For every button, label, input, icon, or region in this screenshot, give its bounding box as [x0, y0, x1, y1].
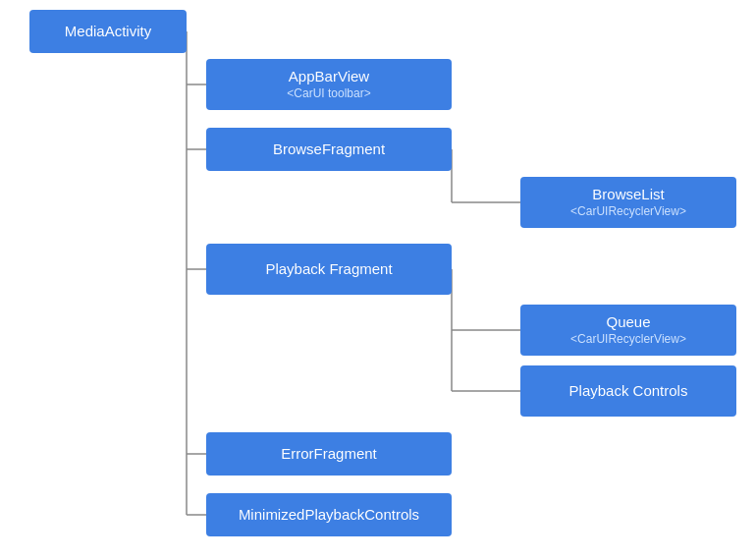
node-app-bar-view: AppBarView <CarUI toolbar> [206, 59, 452, 110]
node-playback-fragment: Playback Fragment [206, 244, 452, 295]
node-media-activity: MediaActivity [29, 10, 187, 53]
node-minimized-playback: MinimizedPlaybackControls [206, 493, 452, 536]
node-error-fragment: ErrorFragment [206, 432, 452, 476]
diagram: MediaActivity AppBarView <CarUI toolbar>… [0, 0, 756, 560]
node-queue: Queue <CarUIRecyclerView> [520, 305, 736, 356]
node-browse-fragment: BrowseFragment [206, 128, 452, 171]
node-browse-list: BrowseList <CarUIRecyclerView> [520, 177, 736, 228]
node-playback-controls: Playback Controls [520, 365, 736, 417]
